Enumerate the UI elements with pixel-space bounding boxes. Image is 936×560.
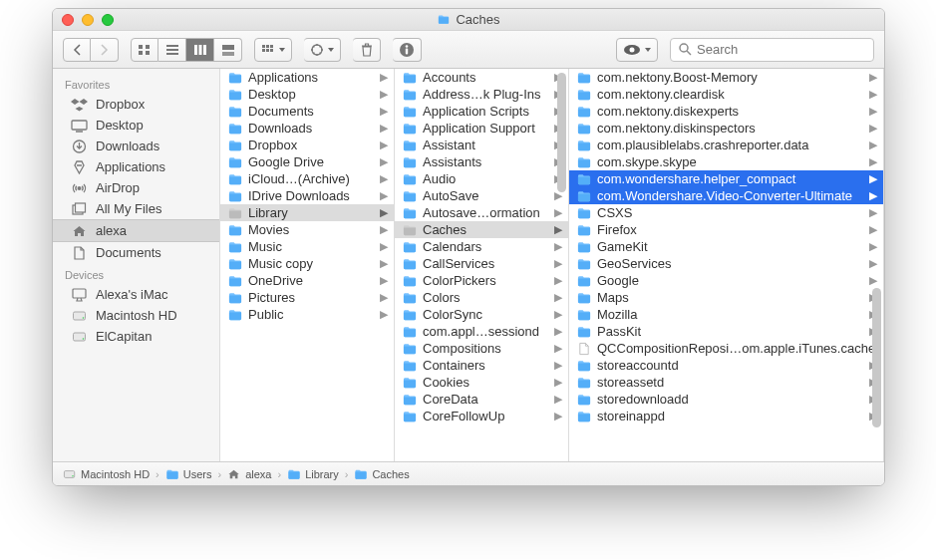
file-row[interactable]: CoreFollowUp▶ [395,408,568,424]
file-row[interactable]: Application Scripts▶ [395,103,568,120]
file-row[interactable]: com.plausiblelabs.crashreporter.data▶ [569,137,883,153]
file-row[interactable]: iCloud…(Archive)▶ [220,170,394,187]
view-icon-button[interactable] [131,38,158,62]
downloads-icon [71,140,88,153]
file-row[interactable]: Applications▶ [220,69,394,86]
sidebar-item-all-my-files[interactable]: All My Files [53,198,219,219]
path-segment[interactable]: Macintosh HD [63,468,150,480]
file-row[interactable]: Cookies▶ [395,374,568,391]
file-row[interactable]: Caches▶ [395,221,568,238]
file-row[interactable]: storeassetd▶ [569,374,883,391]
file-row[interactable]: Pictures▶ [220,289,394,306]
sidebar[interactable]: FavoritesDropboxDesktopDownloadsApplicat… [53,69,220,461]
view-coverflow-button[interactable] [214,38,242,62]
file-row[interactable]: OneDrive▶ [220,272,394,289]
file-row[interactable]: Library▶ [220,204,394,221]
traffic-lights [53,14,114,26]
path-segment[interactable]: Caches [354,468,409,480]
path-segment[interactable]: alexa [227,468,271,480]
view-list-button[interactable] [158,38,186,62]
sidebar-heading: Favorites [53,73,219,94]
column-2[interactable]: com.nektony.Boost-Memory▶com.nektony.cle… [569,69,884,461]
sidebar-item-alexa[interactable]: alexa [53,219,219,242]
sidebar-item-dropbox[interactable]: Dropbox [53,94,219,115]
file-row[interactable]: storedownloadd▶ [569,391,883,408]
file-row[interactable]: Music▶ [220,238,394,255]
share-button[interactable] [616,38,658,62]
sidebar-item-applications[interactable]: Applications [53,156,219,177]
sidebar-item-airdrop[interactable]: AirDrop [53,177,219,198]
file-row[interactable]: Autosave…ormation▶ [395,204,568,221]
file-row[interactable]: Assistant▶ [395,137,568,153]
arrange-button[interactable] [254,38,292,62]
file-row[interactable]: CoreData▶ [395,391,568,408]
file-row[interactable]: Google▶ [569,272,883,289]
path-segment[interactable]: Users [165,468,212,480]
path-bar[interactable]: Macintosh HD›Users›alexa›Library›Caches [53,461,884,485]
file-row[interactable]: com.nektony.cleardisk▶ [569,86,883,103]
sidebar-item-macintosh-hd[interactable]: Macintosh HD [53,305,219,326]
file-row[interactable]: Music copy▶ [220,255,394,272]
file-row[interactable]: storeaccountd▶ [569,357,883,374]
column-0[interactable]: Applications▶Desktop▶Documents▶Downloads… [220,69,395,461]
file-row[interactable]: Downloads▶ [220,120,394,137]
close-button[interactable] [62,14,74,26]
file-row[interactable]: Maps▶ [569,289,883,306]
minimize-button[interactable] [82,14,94,26]
file-row[interactable]: Documents▶ [220,103,394,120]
column-1[interactable]: Accounts▶Address…k Plug-Ins▶Application … [395,69,569,461]
file-row[interactable]: Google Drive▶ [220,153,394,170]
sidebar-item-downloads[interactable]: Downloads [53,136,219,156]
file-row[interactable]: GeoServices▶ [569,255,883,272]
file-row[interactable]: Movies▶ [220,221,394,238]
file-row[interactable]: com.nektony.diskexperts▶ [569,103,883,120]
path-segment[interactable]: Library [287,468,339,480]
file-row[interactable]: Address…k Plug-Ins▶ [395,86,568,103]
info-button[interactable] [393,38,422,62]
file-row[interactable]: Audio▶ [395,170,568,187]
file-row[interactable]: ColorPickers▶ [395,272,568,289]
file-row[interactable]: Mozilla▶ [569,306,883,323]
view-column-button[interactable] [186,38,214,62]
file-row[interactable]: PassKit▶ [569,323,883,340]
scrollbar-thumb[interactable] [557,73,566,192]
file-row[interactable]: Assistants▶ [395,153,568,170]
sidebar-item-documents[interactable]: Documents [53,242,219,263]
sidebar-item-alexa-s-imac[interactable]: Alexa's iMac [53,284,219,305]
file-row[interactable]: Firefox▶ [569,221,883,238]
file-row[interactable]: ColorSync▶ [395,306,568,323]
file-row[interactable]: IDrive Downloads▶ [220,187,394,204]
file-row[interactable]: GameKit▶ [569,238,883,255]
file-row[interactable]: storeinappd▶ [569,408,883,424]
forward-button[interactable] [91,38,119,62]
file-row[interactable]: com.wondershare.helper_compact▶ [569,170,883,187]
scrollbar-thumb[interactable] [872,288,881,427]
file-row[interactable]: QCCompositionReposi…om.apple.iTunes.cach… [569,340,883,357]
back-button[interactable] [63,38,91,62]
file-row[interactable]: Calendars▶ [395,238,568,255]
window-title: Caches [53,12,884,27]
sidebar-item-desktop[interactable]: Desktop [53,115,219,136]
trash-button[interactable] [353,38,381,62]
file-row[interactable]: Dropbox▶ [220,137,394,153]
file-row[interactable]: AutoSave▶ [395,187,568,204]
file-row[interactable]: Application Support▶ [395,120,568,137]
search-input[interactable] [670,38,874,62]
file-row[interactable]: CallServices▶ [395,255,568,272]
sidebar-item-elcapitan[interactable]: ElCapitan [53,326,219,347]
action-button[interactable] [304,38,341,62]
file-row[interactable]: CSXS▶ [569,204,883,221]
file-row[interactable]: com.appl…sessiond▶ [395,323,568,340]
file-row[interactable]: Public▶ [220,306,394,323]
file-row[interactable]: Desktop▶ [220,86,394,103]
file-row[interactable]: Colors▶ [395,289,568,306]
file-row[interactable]: Containers▶ [395,357,568,374]
file-row[interactable]: com.skype.skype▶ [569,153,883,170]
file-row[interactable]: Accounts▶ [395,69,568,86]
maximize-button[interactable] [102,14,114,26]
file-row[interactable]: com.nektony.Boost-Memory▶ [569,69,883,86]
file-row[interactable]: Compositions▶ [395,340,568,357]
file-row[interactable]: com.nektony.diskinspectors▶ [569,120,883,137]
titlebar[interactable]: Caches [53,9,884,31]
file-row[interactable]: com.Wondershare.Video-Converter-Ultimate… [569,187,883,204]
